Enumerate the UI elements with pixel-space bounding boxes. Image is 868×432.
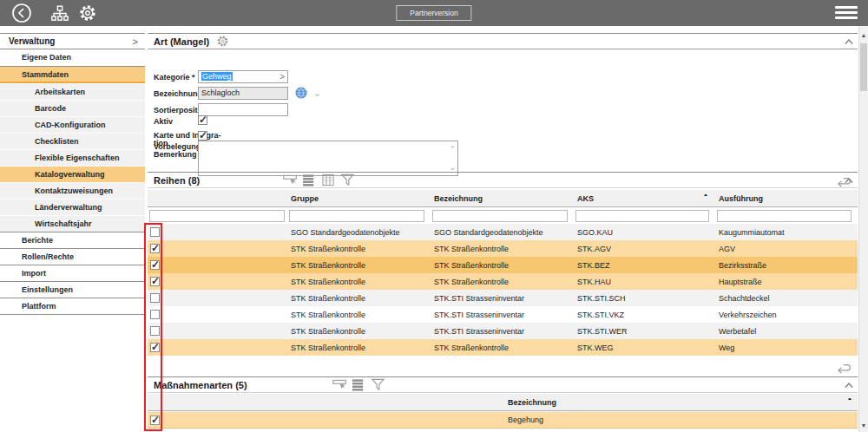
row-checkbox[interactable] bbox=[150, 343, 160, 352]
sidebar-item-arbeitskarten[interactable]: Arbeitskarten bbox=[0, 83, 145, 100]
sidebar-item-laenderverwaltung[interactable]: Länderverwaltung bbox=[0, 199, 145, 215]
sidebar: Verwaltung > Eigene Daten Stammdaten Arb… bbox=[0, 33, 145, 315]
cell-gruppe: SGO Standardgeodatenobjekte bbox=[289, 228, 432, 237]
table-row[interactable]: STK Straßenkontrolle STK Straßenkontroll… bbox=[148, 339, 858, 356]
cell-bezeichnung: STK.STI Strasseninventar bbox=[432, 311, 575, 319]
cell-gruppe: STK Straßenkontrolle bbox=[289, 261, 432, 270]
collapse-detail-icon[interactable] bbox=[844, 38, 854, 45]
sidebar-header[interactable]: Verwaltung > bbox=[0, 33, 145, 49]
settings-gear-icon[interactable] bbox=[78, 3, 97, 23]
cell-aks: STK.AGV bbox=[575, 245, 717, 253]
column-header-bezeichnung[interactable]: Bezeichnung ▲ bbox=[506, 398, 858, 407]
scrollbar-down-icon[interactable]: ▼ bbox=[859, 422, 868, 429]
sidebar-item-barcode[interactable]: Barcode bbox=[0, 100, 145, 116]
sidebar-item-checklisten[interactable]: Checklisten bbox=[0, 133, 145, 149]
scrollbar-up-icon[interactable]: ▲ bbox=[859, 32, 868, 38]
cell-bezeichnung: STK Straßenkontrolle bbox=[432, 344, 575, 352]
list-view-icon[interactable] bbox=[302, 173, 317, 187]
massnahmen-section-header: Maßnahmenarten (5) bbox=[148, 376, 858, 393]
select-rows-icon[interactable] bbox=[332, 378, 347, 391]
org-chart-icon[interactable] bbox=[50, 4, 69, 23]
row-checkbox[interactable] bbox=[150, 244, 160, 253]
column-header-bezeichnung[interactable]: Bezeichnung bbox=[432, 194, 575, 203]
table-row[interactable]: STK Straßenkontrolle STK Straßenkontroll… bbox=[148, 257, 858, 273]
vertical-scrollbar[interactable]: ▲ ▼ bbox=[858, 26, 868, 432]
sidebar-item-import[interactable]: Import bbox=[0, 265, 145, 281]
detail-form: Kategorie * Gehweg > Bezeichnung * Schla… bbox=[148, 50, 858, 172]
cell-gruppe: STK Straßenkontrolle bbox=[289, 344, 432, 352]
sidebar-item-plattform[interactable]: Plattform bbox=[0, 298, 145, 314]
sortierposition-input[interactable] bbox=[198, 103, 288, 116]
chevron-right-icon[interactable]: > bbox=[133, 36, 138, 47]
sort-ascending-icon: ▲ bbox=[703, 194, 708, 200]
sidebar-item-berichte[interactable]: Berichte bbox=[0, 232, 145, 248]
undo-icon[interactable] bbox=[836, 363, 852, 375]
scrollbar-thumb[interactable] bbox=[860, 43, 867, 91]
filter-icon[interactable] bbox=[340, 173, 355, 187]
aktiv-checkbox[interactable] bbox=[198, 115, 207, 125]
filter-input-aks[interactable] bbox=[575, 210, 709, 222]
column-header-aks[interactable]: AKS ▲ bbox=[575, 194, 717, 203]
table-row[interactable]: STK Straßenkontrolle STK Straßenkontroll… bbox=[148, 273, 858, 290]
bezeichnung-input[interactable]: Schlagloch bbox=[198, 87, 288, 100]
sidebar-item-einstellungen[interactable]: Einstellungen bbox=[0, 281, 145, 298]
row-checkbox[interactable] bbox=[150, 416, 160, 425]
sidebar-item-flexible-eigenschaften[interactable]: Flexible Eigenschaften bbox=[0, 149, 145, 166]
sidebar-item-kontaktzuweisungen[interactable]: Kontaktzuweisungen bbox=[0, 182, 145, 199]
table-row[interactable]: STK Straßenkontrolle STK.STI Strasseninv… bbox=[148, 323, 858, 339]
kategorie-label: Kategorie * bbox=[154, 73, 195, 82]
row-checkbox[interactable] bbox=[150, 310, 160, 319]
partnerversion-button[interactable]: Partnerversion bbox=[396, 5, 471, 21]
table-row[interactable]: Begehung bbox=[148, 412, 858, 429]
column-config-icon[interactable] bbox=[321, 173, 336, 187]
vorbelegung-textarea[interactable]: ⌃ ⌄ bbox=[198, 141, 458, 176]
detail-settings-gear-icon[interactable] bbox=[216, 35, 229, 48]
row-checkbox[interactable] bbox=[150, 326, 160, 336]
cell-ausfuehrung: AGV bbox=[717, 245, 858, 253]
table-row[interactable]: STK Straßenkontrolle STK Straßenkontroll… bbox=[148, 240, 858, 257]
sidebar-item-stammdaten[interactable]: Stammdaten bbox=[0, 66, 145, 83]
table-row[interactable]: STK Straßenkontrolle STK.STI Strasseninv… bbox=[148, 290, 858, 306]
sidebar-item-wirtschaftsjahr[interactable]: Wirtschaftsjahr bbox=[0, 215, 145, 232]
massnahmen-title: Maßnahmenarten (5) bbox=[154, 380, 247, 390]
sidebar-item-rollen-rechte[interactable]: Rollen/Rechte bbox=[0, 248, 145, 265]
collapse-reihen-icon[interactable] bbox=[844, 177, 854, 184]
kategorie-input[interactable]: Gehweg > bbox=[198, 70, 288, 83]
kategorie-value: Gehweg bbox=[201, 72, 233, 81]
row-checkbox[interactable] bbox=[150, 227, 160, 237]
cell-gruppe: STK Straßenkontrolle bbox=[289, 327, 432, 336]
bezeichnung-value: Schlagloch bbox=[201, 88, 240, 97]
table-row[interactable]: SGO Standardgeodatenobjekte SGO Standard… bbox=[148, 224, 858, 240]
globe-translate-icon[interactable] bbox=[295, 87, 307, 99]
filter-input-col0[interactable] bbox=[149, 210, 285, 222]
table-row[interactable]: STK Straßenkontrolle STK.STI Strasseninv… bbox=[148, 306, 858, 323]
filter-input-ausfuehrung[interactable] bbox=[717, 210, 852, 222]
column-header-ausfuehrung[interactable]: Ausführung bbox=[717, 194, 858, 203]
filter-input-gruppe[interactable] bbox=[289, 210, 424, 222]
sidebar-item-eigene-daten[interactable]: Eigene Daten bbox=[0, 49, 145, 66]
row-checkbox[interactable] bbox=[150, 293, 160, 303]
main-panel: Art (Mangel) Kategorie * Gehweg > Bezeic… bbox=[148, 33, 858, 432]
filter-input-bezeichnung[interactable] bbox=[432, 210, 568, 222]
sidebar-item-katalogverwaltung[interactable]: Katalogverwaltung bbox=[0, 166, 145, 182]
filter-icon[interactable] bbox=[371, 378, 385, 391]
kategorie-chevron-icon[interactable]: > bbox=[279, 71, 285, 82]
list-view-icon[interactable] bbox=[352, 378, 366, 391]
textarea-scroll-up-icon[interactable]: ⌃ bbox=[449, 145, 456, 154]
row-checkbox[interactable] bbox=[150, 260, 160, 270]
cell-ausfuehrung: Bezirksstraße bbox=[717, 261, 858, 270]
back-icon[interactable] bbox=[11, 3, 32, 23]
collapse-massnahmen-icon[interactable] bbox=[844, 382, 854, 389]
cell-gruppe: STK Straßenkontrolle bbox=[289, 311, 432, 319]
row-checkbox[interactable] bbox=[150, 277, 160, 286]
karte-checkbox[interactable] bbox=[198, 131, 207, 141]
sidebar-item-cad-konfiguration[interactable]: CAD-Konfiguration bbox=[0, 116, 145, 133]
massnahmen-header-row: Bezeichnung ▲ bbox=[148, 394, 858, 411]
menu-hamburger-icon[interactable] bbox=[835, 6, 858, 20]
bezeichnung-dropdown-icon[interactable]: ⌄ bbox=[313, 88, 321, 99]
reihen-filter-row bbox=[148, 208, 858, 224]
textarea-scroll-down-icon[interactable]: ⌄ bbox=[449, 163, 456, 172]
select-rows-icon[interactable] bbox=[283, 173, 298, 187]
reihen-section-header: Reihen (8) bbox=[148, 172, 858, 188]
column-header-gruppe[interactable]: Gruppe bbox=[289, 194, 432, 203]
